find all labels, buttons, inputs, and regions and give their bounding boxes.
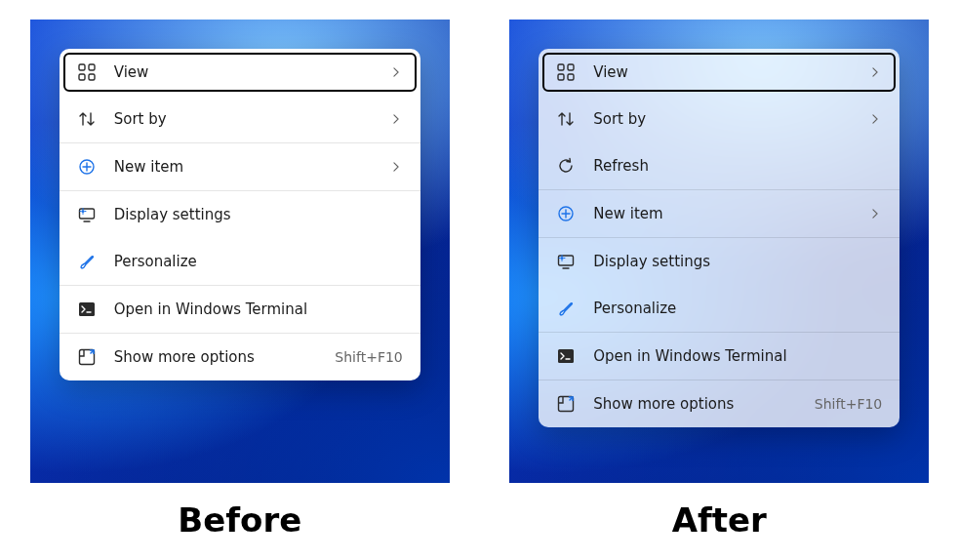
plus-circle-icon [556, 204, 576, 223]
menu-item-new[interactable]: New item [60, 143, 420, 190]
menu-item-label: Sort by [593, 110, 868, 128]
desktop-wallpaper: ViewSort byRefreshNew itemDisplay settin… [509, 20, 929, 483]
menu-item-label: New item [593, 205, 868, 222]
menu-item-label: View [114, 63, 389, 81]
menu-item-label: Open in Windows Terminal [114, 300, 403, 318]
menu-item-label: New item [114, 158, 389, 176]
menu-item-shortcut: Shift+F10 [815, 396, 882, 412]
menu-item-shortcut: Shift+F10 [335, 349, 402, 365]
before-caption: Before [178, 500, 301, 540]
chevron-right-icon [868, 207, 882, 220]
plus-circle-icon [77, 157, 97, 177]
menu-item-personalize[interactable]: Personalize [539, 285, 899, 332]
menu-item-label: Personalize [114, 253, 403, 270]
chevron-right-icon [868, 65, 882, 79]
menu-item-sort[interactable]: Sort by [60, 96, 420, 142]
chevron-right-icon [389, 112, 403, 126]
menu-item-label: Show more options [114, 348, 336, 366]
menu-item-view[interactable]: View [60, 49, 420, 96]
menu-item-personalize[interactable]: Personalize [60, 238, 420, 285]
sort-icon [556, 109, 576, 129]
comparison-container: ViewSort byNew itemDisplay settingsPerso… [0, 0, 959, 560]
terminal-icon [556, 346, 576, 366]
more-options-icon [77, 347, 97, 367]
chevron-right-icon [868, 112, 882, 126]
menu-item-label: Refresh [593, 157, 882, 175]
brush-icon [556, 299, 576, 318]
menu-item-more[interactable]: Show more optionsShift+F10 [60, 334, 420, 380]
brush-icon [77, 252, 97, 271]
menu-item-new[interactable]: New item [539, 190, 899, 237]
menu-item-display[interactable]: Display settings [60, 191, 420, 238]
menu-item-terminal[interactable]: Open in Windows Terminal [60, 286, 420, 333]
desktop-wallpaper: ViewSort byNew itemDisplay settingsPerso… [30, 20, 450, 483]
chevron-right-icon [389, 160, 403, 174]
menu-item-more[interactable]: Show more optionsShift+F10 [539, 380, 899, 427]
grid-icon [77, 62, 97, 82]
menu-item-view[interactable]: View [539, 49, 899, 96]
menu-item-label: Personalize [593, 300, 882, 317]
sort-icon [77, 109, 97, 129]
more-options-icon [556, 394, 576, 414]
context-menu-before: ViewSort byNew itemDisplay settingsPerso… [60, 49, 420, 380]
terminal-icon [77, 300, 97, 319]
menu-item-terminal[interactable]: Open in Windows Terminal [539, 333, 899, 380]
grid-icon [556, 62, 576, 82]
menu-item-refresh[interactable]: Refresh [539, 142, 899, 189]
refresh-icon [556, 156, 576, 176]
menu-item-sort[interactable]: Sort by [539, 96, 899, 142]
chevron-right-icon [389, 65, 403, 79]
menu-item-display[interactable]: Display settings [539, 238, 899, 285]
display-settings-icon [556, 252, 576, 271]
menu-item-label: Display settings [114, 206, 403, 223]
menu-item-label: Sort by [114, 110, 389, 128]
after-caption: After [672, 500, 767, 540]
menu-item-label: Open in Windows Terminal [593, 347, 882, 365]
menu-item-label: Display settings [593, 253, 882, 270]
before-panel: ViewSort byNew itemDisplay settingsPerso… [0, 0, 480, 560]
context-menu-after: ViewSort byRefreshNew itemDisplay settin… [539, 49, 899, 427]
display-settings-icon [77, 205, 97, 224]
menu-item-label: Show more options [593, 395, 815, 413]
after-panel: ViewSort byRefreshNew itemDisplay settin… [480, 0, 960, 560]
menu-item-label: View [593, 63, 868, 81]
